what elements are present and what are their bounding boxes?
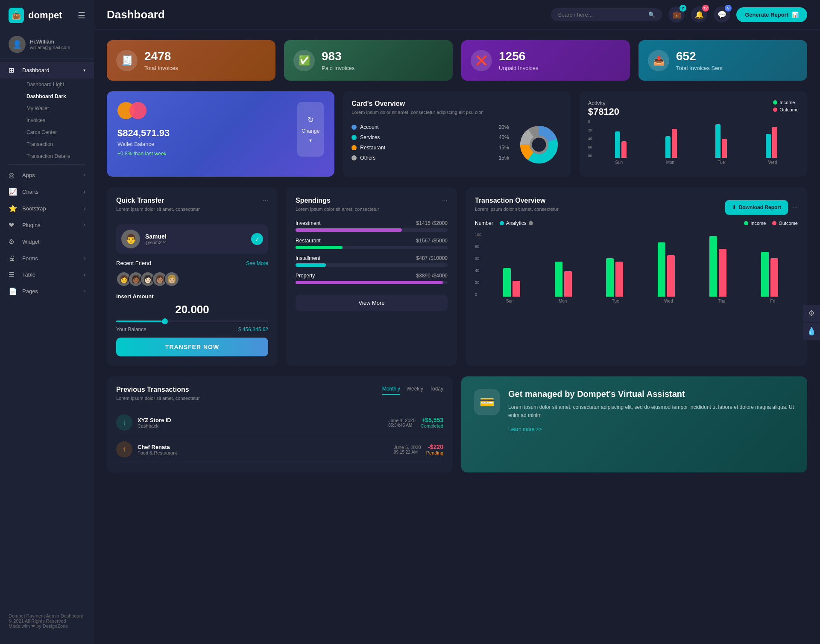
briefcase-button[interactable]: 💼 2: [668, 6, 685, 23]
avatar: 👤: [9, 36, 26, 53]
chevron-right-icon: ›: [84, 289, 85, 294]
wallet-card-inner: $824,571.93 Wallet Balance +0,8% than la…: [117, 102, 324, 157]
sidebar-item-widget[interactable]: ⚙ Widget: [0, 233, 94, 250]
submenu-my-wallet[interactable]: My Wallet: [22, 102, 94, 114]
submenu-transaction-details[interactable]: Transaction Details: [22, 150, 94, 162]
tx-status-1: Completed: [421, 423, 443, 428]
activity-legend: Income Outcome: [773, 100, 799, 112]
va-learn-more-link[interactable]: Learn more >>: [508, 426, 542, 432]
tx-overview-more-icon[interactable]: ⋯: [792, 204, 798, 211]
sidebar-item-charts[interactable]: 📈 Charts ›: [0, 184, 94, 200]
spendings-title: Spendings: [296, 197, 379, 204]
toggle-analytics-off: [529, 221, 533, 225]
page-title: Dashboard: [107, 8, 545, 21]
income-label: Income: [779, 100, 795, 105]
water-drop-button[interactable]: 💧: [803, 323, 820, 340]
tab-weekly[interactable]: Weekly: [407, 386, 423, 395]
wallet-change-button[interactable]: ↻ Change ▾: [297, 102, 324, 157]
content-area: 🧾 2478 Total Invoices ✅ 983 Paid Invoice…: [94, 29, 820, 644]
account-dot: [351, 125, 357, 130]
wallet-card: $824,571.93 Wallet Balance +0,8% than la…: [107, 91, 334, 177]
tx-row-name-1: XYZ Store ID: [138, 417, 383, 423]
sidebar-item-apps[interactable]: ◎ Apps ›: [0, 167, 94, 184]
bar-group-wed: [766, 127, 777, 158]
restaurant-bar-bg: [296, 246, 448, 249]
tx-bar-group-wed: [658, 242, 675, 297]
quick-transfer-header: Quick Transfer Lorem ipsum dolor sit ame…: [116, 197, 268, 218]
restaurant-dot: [351, 145, 357, 150]
spendings-more-icon[interactable]: ⋯: [442, 197, 448, 203]
see-more-link[interactable]: See More: [246, 260, 268, 266]
user-info: Hi,William william@gmail.com: [30, 39, 70, 50]
sidebar-item-label: Charts: [22, 189, 38, 195]
investment-label: Investment: [296, 220, 321, 226]
restaurant-label: Restaurant: [360, 145, 495, 151]
cards-overview-subtitle: Lorem ipsum dolor sit amet, consectetur …: [351, 110, 562, 115]
wallet-label: Wallet Balance: [117, 141, 291, 147]
logo-emoji: 👜: [12, 11, 21, 20]
sidebar-item-plugins[interactable]: ❤ Plugins ›: [0, 217, 94, 233]
wallet-circles: [117, 102, 291, 119]
filter-toggle-analytics[interactable]: Analytics: [500, 220, 533, 226]
activity-amount: $78120: [588, 106, 619, 117]
tab-today[interactable]: Today: [430, 386, 443, 395]
transfer-now-button[interactable]: TRANSFER NOW: [116, 338, 268, 356]
tx-income-bar-tue: [606, 258, 614, 297]
submenu-cards-center[interactable]: Cards Center: [22, 126, 94, 138]
filter-analytics-label: Analytics: [506, 220, 527, 226]
sidebar-item-dashboard[interactable]: ⊞ Dashboard ▾: [0, 62, 94, 79]
generate-report-button[interactable]: Generate Report 📊: [736, 7, 807, 22]
sidebar-item-pages[interactable]: 📄 Pages ›: [0, 283, 94, 300]
transaction-overview-card: Transaction Overview Lorem ipsum dolor s…: [466, 187, 807, 366]
search-input[interactable]: [558, 12, 645, 18]
more-options-icon[interactable]: ⋯: [263, 197, 268, 203]
va-subtitle: Lorem ipsum dolor sit amet, consectetur …: [508, 403, 794, 420]
sidebar-item-label: Forms: [22, 255, 38, 262]
sidebar-item-forms[interactable]: 🖨 Forms ›: [0, 250, 94, 266]
message-button[interactable]: 💬 5: [714, 6, 730, 23]
bar-group-sun: [615, 131, 627, 158]
hamburger-icon[interactable]: ☰: [78, 10, 85, 20]
amount-slider[interactable]: [116, 321, 268, 322]
sidebar-item-table[interactable]: ☰ Table ›: [0, 266, 94, 283]
submenu-dashboard-dark[interactable]: Dashboard Dark: [22, 90, 94, 102]
submenu-transaction[interactable]: Transaction: [22, 138, 94, 150]
recent-friends-header: Recent Friend See More: [116, 260, 268, 266]
settings-button[interactable]: ⚙: [803, 305, 820, 322]
tx-bars: [483, 233, 798, 297]
table-row: ↓ XYZ Store ID Cashback June 4, 2020 05:…: [116, 409, 443, 436]
tx-x-axis-labels: SunMonTueWedThuFri: [483, 299, 798, 303]
property-bar-bg: [296, 281, 448, 284]
tab-monthly[interactable]: Monthly: [382, 386, 400, 395]
investment-bar-bg: [296, 228, 448, 232]
paid-invoices-icon: ✅: [293, 50, 315, 71]
balance-label: Your Balance: [116, 326, 146, 332]
others-dot: [351, 155, 357, 160]
sidebar-item-bootstrap[interactable]: ⭐ Bootstrap ›: [0, 200, 94, 217]
tx-row-icon-1: ↓: [116, 414, 132, 431]
submenu-invoices[interactable]: Invoices: [22, 114, 94, 126]
download-report-button[interactable]: ⬇ Download Report: [725, 200, 788, 215]
tx-row-date-1: June 4, 2020 05:34:45 AM: [388, 418, 416, 428]
tx-outcome-bar-fri: [770, 258, 778, 297]
account-pct: 20%: [499, 124, 509, 130]
total-invoices-num: 2478: [144, 50, 178, 63]
chevron-right-icon: ›: [84, 256, 85, 261]
person-name: Samuel: [145, 233, 167, 240]
submenu-dashboard-light[interactable]: Dashboard Light: [22, 79, 94, 90]
sent-invoices-label: Total Invoices Sent: [676, 65, 723, 71]
friend-avatar-5[interactable]: 👩🏼: [164, 271, 179, 287]
tx-time-1: 05:34:45 AM: [388, 423, 416, 428]
header-icons: 💼 2 🔔 12 💬 5: [668, 6, 730, 23]
prev-tx-sub: Lorem ipsum dolor sit amet, consectetur: [116, 396, 200, 401]
chevron-right-icon: ›: [84, 173, 85, 178]
tx-chart-container: 020406080100: [475, 233, 798, 303]
wallet-change: +0,8% than last week: [117, 151, 291, 157]
view-more-button[interactable]: View More: [296, 294, 448, 311]
greeting-text: Hi,William: [30, 39, 70, 45]
notification-button[interactable]: 🔔 12: [691, 6, 707, 23]
sidebar-footer: Dompet Payment Admin Dashboard © 2021 Al…: [0, 607, 94, 635]
nav-section: ⊞ Dashboard ▾ Dashboard Light Dashboard …: [0, 58, 94, 303]
spending-item-investment: Investment $1415 /$2000: [296, 220, 448, 232]
tx-outcome-dot: [772, 221, 776, 225]
